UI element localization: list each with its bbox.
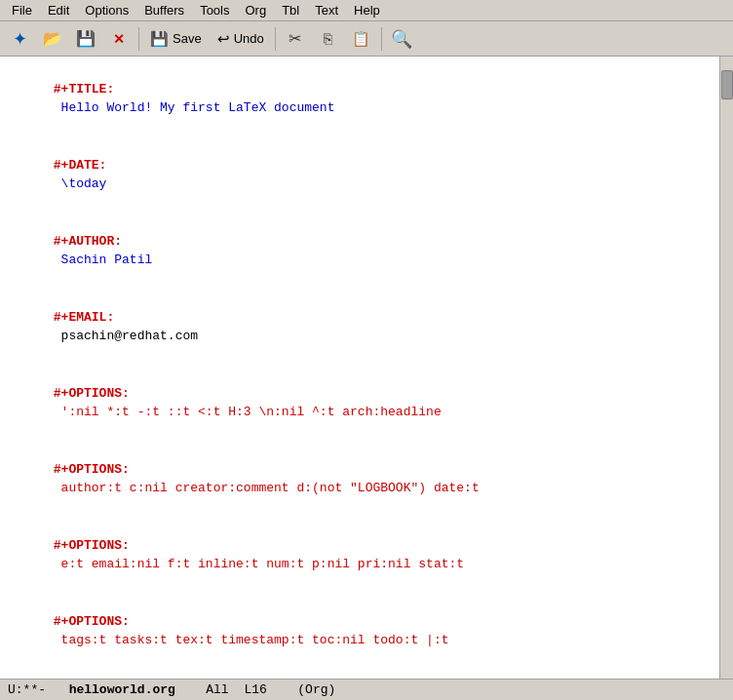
clipboard-icon: 📋 bbox=[352, 30, 370, 48]
scrollbar[interactable] bbox=[719, 57, 733, 679]
status-all: All bbox=[206, 682, 228, 697]
author-value: Sachin Patil bbox=[54, 253, 152, 267]
floppy-icon: 💾 bbox=[76, 29, 96, 48]
status-line: L16 bbox=[244, 682, 266, 697]
undo-icon: ↩ bbox=[217, 30, 230, 48]
cut-button[interactable]: ✂ bbox=[280, 24, 311, 54]
close-icon: ✕ bbox=[113, 31, 125, 47]
options-value-2: author:t c:nil creator:comment d:(not "L… bbox=[54, 481, 480, 495]
menu-edit[interactable]: Edit bbox=[40, 1, 77, 19]
status-mode: U:**- bbox=[8, 682, 46, 697]
search-button[interactable]: 🔍 bbox=[386, 24, 417, 54]
line-email: #+EMAIL: psachin@redhat.com bbox=[8, 289, 712, 365]
new-icon: ✦ bbox=[13, 28, 27, 50]
email-key: #+EMAIL: bbox=[54, 310, 114, 325]
title-key: #+TITLE: bbox=[54, 82, 114, 97]
undo-label: Undo bbox=[234, 31, 264, 46]
options-key-1: #+OPTIONS: bbox=[54, 386, 130, 401]
options-value-3: e:t email:nil f:t inline:t num:t p:nil p… bbox=[54, 557, 464, 571]
options-value-4: tags:t tasks:t tex:t timestamp:t toc:nil… bbox=[54, 633, 449, 647]
save-named-icon: 💾 bbox=[150, 30, 169, 48]
line-author: #+AUTHOR: Sachin Patil bbox=[8, 213, 712, 289]
open-button[interactable]: 📂 bbox=[37, 24, 68, 54]
folder-icon: 📂 bbox=[43, 29, 62, 48]
copy-icon: ⎘ bbox=[324, 30, 332, 47]
menu-options[interactable]: Options bbox=[77, 1, 136, 19]
status-spacer-4 bbox=[271, 682, 293, 697]
status-bar: U:**- helloworld.org All L16 (Org) bbox=[0, 679, 733, 700]
line-title: #+TITLE: Hello World! My first LaTeX doc… bbox=[8, 60, 712, 136]
editor-area: #+TITLE: Hello World! My first LaTeX doc… bbox=[0, 57, 733, 679]
save-file-button[interactable]: 💾 bbox=[70, 24, 101, 54]
save-named-label: Save bbox=[173, 31, 202, 46]
date-key: #+DATE: bbox=[54, 158, 107, 173]
copy-button[interactable]: ⎘ bbox=[313, 24, 344, 54]
new-button[interactable]: ✦ bbox=[4, 24, 35, 54]
magnifier-icon: 🔍 bbox=[391, 28, 412, 50]
email-value: psachin@redhat.com bbox=[54, 329, 198, 343]
options-key-3: #+OPTIONS: bbox=[54, 538, 130, 553]
status-spacer bbox=[50, 682, 65, 697]
menu-file[interactable]: File bbox=[4, 1, 40, 19]
paste-button[interactable]: 📋 bbox=[346, 24, 377, 54]
options-value-1: ':nil *:t -:t ::t <:t H:3 \n:nil ^:t arc… bbox=[54, 405, 442, 419]
date-value: \today bbox=[54, 176, 107, 191]
status-spacer-2 bbox=[179, 682, 202, 697]
menu-tools[interactable]: Tools bbox=[192, 1, 237, 19]
status-major-mode: (Org) bbox=[297, 682, 335, 697]
menu-org[interactable]: Org bbox=[237, 1, 274, 19]
separator-2 bbox=[275, 27, 276, 51]
toolbar: ✦ 📂 💾 ✕ 💾 Save ↩ Undo ✂ ⎘ 📋 🔍 bbox=[0, 21, 733, 57]
save-named-button[interactable]: 💾 Save bbox=[143, 24, 209, 54]
scrollbar-thumb[interactable] bbox=[721, 70, 733, 99]
line-options-1: #+OPTIONS: ':nil *:t -:t ::t <:t H:3 \n:… bbox=[8, 365, 712, 441]
line-options-3: #+OPTIONS: e:t email:nil f:t inline:t nu… bbox=[8, 517, 712, 593]
menu-text[interactable]: Text bbox=[307, 1, 346, 19]
title-value: Hello World! My first LaTeX document bbox=[54, 100, 335, 115]
menu-help[interactable]: Help bbox=[346, 1, 388, 19]
close-button[interactable]: ✕ bbox=[103, 24, 135, 54]
line-date: #+DATE: \today bbox=[8, 136, 712, 213]
author-key: #+AUTHOR: bbox=[54, 234, 122, 249]
editor-content[interactable]: #+TITLE: Hello World! My first LaTeX doc… bbox=[0, 57, 719, 679]
status-filename: helloworld.org bbox=[69, 682, 175, 697]
separator-1 bbox=[138, 27, 139, 51]
line-options-4: #+OPTIONS: tags:t tasks:t tex:t timestam… bbox=[8, 593, 712, 669]
options-key-2: #+OPTIONS: bbox=[54, 462, 130, 477]
line-creator: #+CREATOR: Emacs 25.3.1 (Org mode 8.2.10… bbox=[8, 669, 712, 679]
options-key-4: #+OPTIONS: bbox=[54, 614, 130, 629]
menu-bar: File Edit Options Buffers Tools Org Tbl … bbox=[0, 0, 733, 21]
separator-3 bbox=[381, 27, 382, 51]
menu-buffers[interactable]: Buffers bbox=[136, 1, 192, 19]
scissors-icon: ✂ bbox=[289, 29, 301, 48]
undo-button[interactable]: ↩ Undo bbox=[211, 24, 271, 54]
menu-tbl[interactable]: Tbl bbox=[274, 1, 307, 19]
line-options-2: #+OPTIONS: author:t c:nil creator:commen… bbox=[8, 441, 712, 517]
status-spacer-3 bbox=[233, 682, 241, 697]
